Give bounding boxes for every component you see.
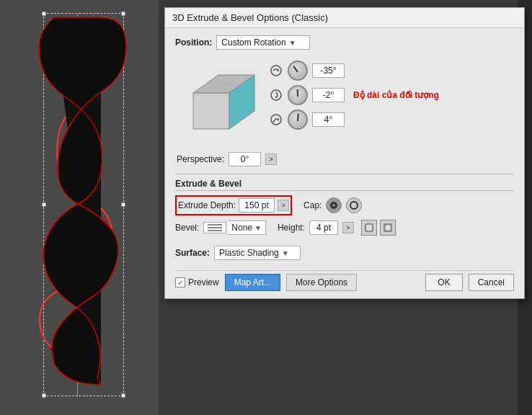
svg-point-7 xyxy=(271,115,281,125)
position-row: Position: Custom Rotation ▼ xyxy=(175,35,514,50)
z-rotation-dial[interactable] xyxy=(288,110,308,130)
surface-select[interactable]: Plastic Shading ▼ xyxy=(214,246,301,260)
svg-point-3 xyxy=(271,66,281,76)
cancel-button[interactable]: Cancel xyxy=(469,274,514,291)
surface-dropdown-arrow: ▼ xyxy=(282,249,289,257)
position-dropdown-arrow: ▼ xyxy=(289,39,296,47)
x-rotation-icon xyxy=(269,63,283,78)
profile-buttons xyxy=(361,220,396,236)
perspective-value[interactable]: 0° xyxy=(229,152,261,166)
preview-checkbox[interactable]: ✓ xyxy=(175,277,185,287)
position-label: Position: xyxy=(175,37,212,48)
svg-point-15 xyxy=(385,225,391,231)
z-rotation-icon xyxy=(269,112,283,127)
rotate-x-icon xyxy=(270,64,283,77)
surface-row: Surface: Plastic Shading ▼ xyxy=(175,243,514,260)
z-rotation-row: 4° xyxy=(269,110,514,130)
s-shape-graphic xyxy=(32,10,133,406)
cube-svg xyxy=(179,61,258,140)
more-options-button[interactable]: More Options xyxy=(286,274,357,291)
extrude-section: Extrude & Bevel Extrude Depth: 150 pt > … xyxy=(175,179,514,236)
svg-marker-0 xyxy=(193,93,229,129)
y-rotation-row: -2° Độ dài của đối tượng xyxy=(269,85,514,105)
cap-group: Cap: xyxy=(303,197,362,213)
profile-2-icon xyxy=(383,223,393,233)
bevel-label: Bevel: xyxy=(175,223,199,233)
position-select[interactable]: Custom Rotation ▼ xyxy=(216,35,310,50)
extrude-depth-label: Extrude Depth: xyxy=(178,200,236,210)
height-chevron[interactable]: > xyxy=(342,222,354,233)
bottom-buttons: ✓ Preview Map Art... More Options OK Can… xyxy=(175,270,514,291)
bevel-select[interactable]: None ▼ xyxy=(228,220,266,235)
preview-check: ✓ Preview xyxy=(175,277,219,287)
extrude-depth-value[interactable]: 150 pt xyxy=(239,198,275,213)
tooltip-text: Độ dài của đối tượng xyxy=(353,90,439,100)
rotate-y-icon xyxy=(270,89,283,102)
bevel-dropdown-arrow: ▼ xyxy=(254,224,262,232)
y-rotation-value[interactable]: -2° xyxy=(312,88,345,102)
z-rotation-value[interactable]: 4° xyxy=(312,112,345,127)
dialog-3d-extrude: 3D Extrude & Bevel Options (Classic) Pos… xyxy=(164,7,525,299)
y-rotation-dial[interactable] xyxy=(288,85,308,105)
ok-button[interactable]: OK xyxy=(425,274,462,291)
perspective-label: Perspective: xyxy=(177,154,224,164)
dialog-titlebar: 3D Extrude & Bevel Options (Classic) xyxy=(165,8,524,28)
extrude-depth-row: Extrude Depth: 150 pt > Cap: xyxy=(175,195,514,215)
dialog-title: 3D Extrude & Bevel Options (Classic) xyxy=(172,12,328,23)
map-art-button[interactable]: Map Art... xyxy=(225,274,280,291)
perspective-chevron[interactable]: > xyxy=(265,153,277,165)
x-rotation-row: -35° xyxy=(269,61,514,81)
bevel-none-icon xyxy=(208,224,222,231)
perspective-row: Perspective: 0° > xyxy=(175,152,514,166)
x-rotation-dial[interactable] xyxy=(288,61,308,81)
cap-filled-icon xyxy=(329,200,339,210)
rotate-z-icon xyxy=(270,113,283,126)
cap-button-filled[interactable] xyxy=(326,197,342,213)
profile-btn-2[interactable] xyxy=(380,220,396,236)
svg-rect-13 xyxy=(366,225,372,231)
svg-point-11 xyxy=(350,202,358,209)
bevel-select-value: None xyxy=(231,223,252,233)
svg-point-10 xyxy=(332,204,335,207)
surface-label: Surface: xyxy=(175,248,210,258)
x-rotation-value[interactable]: -35° xyxy=(312,63,345,78)
bevel-swatch xyxy=(203,222,226,233)
divider-1 xyxy=(175,174,514,174)
cube-preview xyxy=(175,57,262,143)
profile-1-icon xyxy=(364,223,374,233)
canvas-area xyxy=(0,0,159,415)
profile-btn-1[interactable] xyxy=(361,220,377,236)
extrude-depth-box: Extrude Depth: 150 pt > xyxy=(175,195,292,215)
height-label: Height: xyxy=(278,223,305,233)
surface-select-value: Plastic Shading xyxy=(219,248,279,258)
cap-label: Cap: xyxy=(303,200,322,210)
height-value[interactable]: 4 pt xyxy=(309,220,338,235)
main-content-area: -35° -2° Độ dài của đối xyxy=(175,57,514,143)
position-select-value: Custom Rotation xyxy=(221,37,285,48)
y-rotation-icon xyxy=(269,88,283,102)
cap-button-hollow[interactable] xyxy=(346,197,362,213)
dialog-body: Position: Custom Rotation ▼ xyxy=(165,28,524,298)
cap-hollow-icon xyxy=(349,200,359,210)
preview-label: Preview xyxy=(188,277,219,287)
bevel-row: Bevel: None ▼ xyxy=(175,220,514,236)
rotation-controls: -35° -2° Độ dài của đối xyxy=(269,57,514,143)
extrude-depth-chevron[interactable]: > xyxy=(278,200,289,211)
svg-point-5 xyxy=(271,90,281,100)
bevel-select-wrap: None ▼ xyxy=(203,220,266,235)
height-row: Height: 4 pt > xyxy=(278,220,396,236)
extrude-section-header: Extrude & Bevel xyxy=(175,179,514,191)
